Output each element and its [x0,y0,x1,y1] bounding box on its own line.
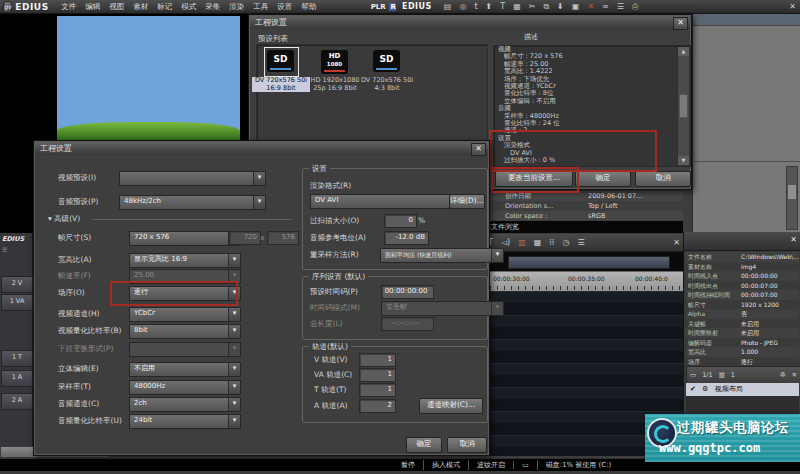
va-track-field[interactable]: 1 [359,368,396,382]
plr-button[interactable]: PLR [371,3,386,11]
preset-hd1080[interactable]: HD 1080 [321,50,348,74]
description-scrollbar[interactable]: ▲ ▼ [677,47,689,165]
menu-file[interactable]: 文件 [61,2,76,12]
menu-render[interactable]: 渲染 [229,2,244,12]
preset-label[interactable]: HD 1920x1080 25p 16:9 8bit [306,77,364,92]
track-header-v[interactable]: 2 V [1,276,33,293]
checkbox-checked-icon[interactable]: ✔ [690,385,696,393]
video-bit-depth-dropdown[interactable]: 8bit [129,324,241,339]
menu-marker[interactable]: 标记 [157,2,172,12]
effect-label: 视频布局 [715,385,743,393]
audio-bit-depth-dropdown[interactable]: 24bit [129,414,241,429]
advanced-toggle[interactable]: ▾ 高级(V) [48,214,80,224]
track-header-a1[interactable]: 1 A [1,370,33,387]
scrollbar-thumb[interactable] [508,256,670,269]
field-order-dropdown[interactable]: 逐行 [129,286,241,301]
reel-icon[interactable]: ✇ [780,371,785,379]
mixer-icon[interactable]: ⁞⁞ [549,238,554,247]
sample-rate-dropdown[interactable]: 48000Hz [129,380,241,395]
menu-capture[interactable]: 采集 [205,2,220,12]
preset-sd-43[interactable]: SD [373,50,400,72]
copy-icon[interactable]: ⧉ [543,1,549,13]
vertical-scrollbar[interactable] [786,166,798,230]
preset-timecode-field[interactable]: 00:00:00:00 [381,285,434,299]
scroll-up-icon[interactable]: ▲ [678,47,689,56]
overscan-field[interactable]: 0 [384,214,417,228]
track-header-va[interactable]: 1 VA [1,294,33,311]
image-icon[interactable]: ▣ [572,1,580,13]
resample-dropdown[interactable]: 面积平均法 (快速且锐利) [380,248,504,263]
preset-label[interactable]: DV 720x576 50i 16:9 8bit [252,77,310,92]
dialog2-titlebar[interactable]: 工程设置 [35,142,488,155]
timeline-scroll-strip[interactable] [490,252,683,271]
status-insert-mode: 插入模式 [423,460,468,470]
grass-field [57,122,240,140]
dialog2-ok-button[interactable]: 确定 [406,437,442,453]
effects-close-icon[interactable]: ✕ [792,371,797,379]
timecode-mode-label: 时间码模式(M) [310,303,360,313]
a-track-field[interactable]: 2 [359,399,396,413]
timeline-close-icon[interactable]: ✕ [673,238,680,247]
monitor-icon[interactable]: ▦ [513,1,521,13]
dialog1-cancel-button[interactable]: 取消 [635,171,691,187]
menu-settings[interactable]: 设置 [277,2,292,12]
menu-help[interactable]: 帮助 [301,2,316,12]
timeline-ruler[interactable]: 00:00:30:00 00:00:35:00 00:00:40:0 [490,271,683,291]
cut-icon[interactable]: ✂ [529,1,536,13]
dialog2-cancel-button[interactable]: 取消 [447,437,487,453]
dialog1-titlebar[interactable]: 工程设置 [250,16,690,29]
export-icon[interactable]: ⬆ [486,1,493,13]
print-icon[interactable]: ⎙ [632,1,638,13]
effect-row-video-layout[interactable]: ✔ ⚙ 视频布局 [686,383,799,396]
menu-tools[interactable]: 工具 [253,2,268,12]
preset-label[interactable]: DV 720x576 50i 4:3 8bit [358,77,416,92]
title-tool-icon[interactable]: T [500,1,505,13]
scroll-down-icon[interactable]: ▼ [678,156,689,165]
download-icon[interactable]: ⬇ [557,1,564,13]
video-preset-dropdown[interactable] [119,171,266,186]
menu-mode[interactable]: 模式 [181,2,196,12]
total-length-label: 总长度(L) [310,319,343,329]
panel-close-icon[interactable]: ✕ [790,235,797,244]
lowercase-t-icon[interactable]: t [474,1,477,13]
bin-close-icon[interactable]: ✕ [789,1,796,13]
stereo-edit-dropdown[interactable]: 不启用 [129,362,241,377]
source-browser-bar[interactable]: 源文件浏览 [478,221,683,233]
detail-button[interactable]: 详细(D)... [449,194,485,209]
video-channel-dropdown[interactable]: YCbCr [129,307,241,322]
track-header-t[interactable]: 1 T [1,350,33,367]
mini-toolbar-icon[interactable]: ☰ [2,246,7,253]
render-format-dropdown[interactable]: DV AVI [310,194,466,209]
loop-icon[interactable]: ∞ [602,1,609,13]
delete-icon[interactable]: ✕ [587,1,594,13]
v-track-field[interactable]: 1 [359,353,396,367]
speaker-icon[interactable]: ◅) [501,238,510,247]
audio-reference-field[interactable]: -12.0 dB [384,231,429,245]
menu-icon[interactable]: ☰ [577,238,584,247]
dialog1-ok-button[interactable]: 确定 [575,171,631,187]
t-track-field[interactable]: 1 [359,383,396,397]
aspect-ratio-dropdown[interactable]: 显示宽高比 16:9 [129,253,241,268]
audio-channel-dropdown[interactable]: 2ch [129,397,241,412]
menu-edit[interactable]: 编辑 [85,2,100,12]
audio-preset-dropdown[interactable]: 48kHz/2ch [119,195,266,210]
grid-icon[interactable]: ▦ [534,238,542,247]
dialog1-close-icon[interactable]: ✕ [673,17,688,30]
menu-view[interactable]: 视图 [109,2,124,12]
clock-icon[interactable]: ◷ [562,238,569,247]
scrollbar-thumb[interactable] [679,94,688,118]
folder-icon[interactable]: ▤ [444,1,452,13]
description-box: 视频 帧尺寸 : 720 x 576 帧速率 : 25.00 宽高比 : 1.4… [493,45,691,167]
search-icon[interactable]: ◎ [459,1,466,13]
channel-map-button[interactable]: 通道映射(C)... [419,398,483,414]
preset-sd-widescreen[interactable]: SD [267,50,294,72]
film-icon[interactable]: ▥ [518,238,526,247]
menu-clip[interactable]: 素材 [133,2,148,12]
list-view-icon[interactable]: ☰ [617,1,624,13]
change-current-settings-button[interactable]: 更改当前设置... [495,171,573,187]
scrollbar-thumb[interactable] [788,185,796,199]
audio-bit-depth-label: 音频量化比特率(U) [58,416,122,426]
frame-size-dropdown[interactable]: 720 x 576 [129,231,241,246]
dialog2-close-icon[interactable]: ✕ [471,143,486,156]
track-header-a2[interactable]: 2 A [1,393,33,410]
